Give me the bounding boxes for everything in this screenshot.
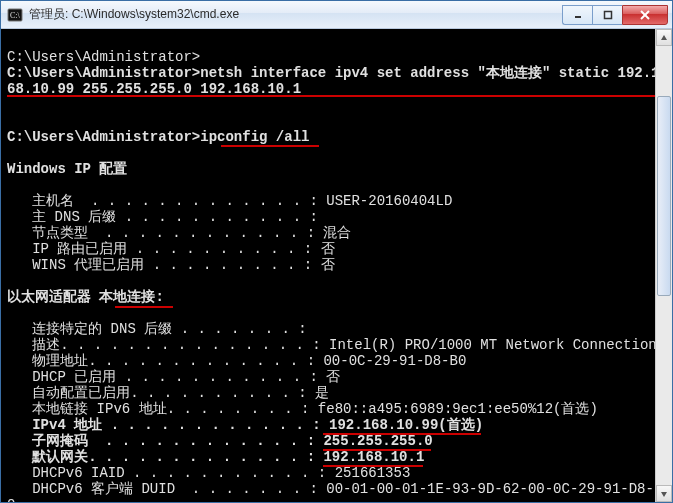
label: 主 DNS 后缀 . . . . . . . . . . . : xyxy=(7,209,326,225)
prompt: C:\Users\Administrator> xyxy=(7,65,200,81)
dhcpv6duid-row: DHCPv6 客户端 DUID . . . . . . . : 00-01-00… xyxy=(7,481,662,502)
blank-line xyxy=(7,97,15,113)
value: 是 xyxy=(315,385,329,401)
label: IP 路由已启用 . . . . . . . . . . : xyxy=(7,241,321,257)
primarydns-row: 主 DNS 后缀 . . . . . . . . . . . : xyxy=(7,209,326,225)
window-buttons xyxy=(562,5,668,25)
svg-marker-7 xyxy=(661,492,667,497)
dhcpv6iaid-row: DHCPv6 IAID . . . . . . . . . . . : 2516… xyxy=(7,465,410,481)
value: 251661353 xyxy=(335,465,411,481)
dhcp-row: DHCP 已启用 . . . . . . . . . . . : 否 xyxy=(7,369,340,385)
prompt: C:\Users\Administrator> xyxy=(7,49,200,65)
vertical-scrollbar[interactable] xyxy=(655,29,672,502)
prompt: C:\Users\Administrator> xyxy=(7,129,200,145)
ipv4-row: IPv4 地址 . . . . . . . . . . . . : 192.16… xyxy=(7,417,483,433)
description-row: 描述. . . . . . . . . . . . . . . : Intel(… xyxy=(7,337,657,353)
winsproxy-row: WINS 代理已启用 . . . . . . . . . : 否 xyxy=(7,257,335,273)
blank-line xyxy=(7,145,15,161)
adapter-heading: 以太网适配器 本地连接: xyxy=(7,289,164,305)
label: IPv4 地址 . . . . . . . . . . . . : xyxy=(7,417,329,433)
maximize-button[interactable] xyxy=(592,5,622,25)
blank-line xyxy=(7,177,15,193)
iprouting-row: IP 路由已启用 . . . . . . . . . . : 否 xyxy=(7,241,335,257)
highlight-underline xyxy=(7,95,662,97)
value: Intel(R) PRO/1000 MT Network Connection xyxy=(329,337,657,353)
close-button[interactable] xyxy=(622,5,668,25)
physaddr-row: 物理地址. . . . . . . . . . . . . : 00-0C-29… xyxy=(7,353,466,369)
blank-line xyxy=(7,305,15,321)
svg-marker-6 xyxy=(661,35,667,40)
titlebar[interactable]: C:\ 管理员: C:\Windows\system32\cmd.exe xyxy=(1,1,672,29)
scroll-track[interactable] xyxy=(656,46,672,485)
scroll-up-button[interactable] xyxy=(656,29,672,46)
ipconfig-command-line: C:\Users\Administrator>ipconfig /all xyxy=(7,129,309,145)
subnet-row: 子网掩码 . . . . . . . . . . . . : 255.255.2… xyxy=(7,433,433,449)
label: 描述. . . . . . . . . . . . . . . : xyxy=(7,337,329,353)
label: 主机名 . . . . . . . . . . . . . : xyxy=(7,193,326,209)
highlight-underline xyxy=(323,433,481,435)
value: 255.255.255.0 xyxy=(323,433,432,449)
label: 默认网关. . . . . . . . . . . . . : xyxy=(7,449,323,465)
highlight-underline xyxy=(323,449,431,451)
highlight-underline xyxy=(221,145,319,147)
blank-line xyxy=(7,113,15,129)
minimize-button[interactable] xyxy=(562,5,592,25)
cmd-window: C:\ 管理员: C:\Windows\system32\cmd.exe C:\… xyxy=(0,0,673,503)
blank-line xyxy=(7,273,15,289)
scroll-down-button[interactable] xyxy=(656,485,672,502)
value: fe80::a495:6989:9ec1:ee50%12(首选) xyxy=(318,401,598,417)
window-title: 管理员: C:\Windows\system32\cmd.exe xyxy=(29,6,562,23)
highlight-underline xyxy=(115,306,173,308)
netsh-command-line: C:\Users\Administrator>netsh interface i… xyxy=(7,65,660,97)
label: 本地链接 IPv6 地址. . . . . . . . : xyxy=(7,401,318,417)
label: 子网掩码 . . . . . . . . . . . . : xyxy=(7,433,323,449)
svg-rect-3 xyxy=(604,11,611,18)
highlight-underline xyxy=(323,465,423,467)
value: 混合 xyxy=(323,225,351,241)
linkipv6-row: 本地链接 IPv6 地址. . . . . . . . : fe80::a495… xyxy=(7,401,598,417)
label: DHCP 已启用 . . . . . . . . . . . : xyxy=(7,369,326,385)
conndns-row: 连接特定的 DNS 后缀 . . . . . . . : xyxy=(7,321,315,337)
ipconfig-command: ipconfig /all xyxy=(200,129,309,145)
value: USER-20160404LD xyxy=(326,193,452,209)
svg-text:C:\: C:\ xyxy=(10,11,21,20)
cmd-icon: C:\ xyxy=(7,7,23,23)
scroll-thumb[interactable] xyxy=(657,96,671,296)
value: 否 xyxy=(321,257,335,273)
value: 192.168.10.1 xyxy=(323,449,424,465)
label: DHCPv6 客户端 DUID . . . . . . . : xyxy=(7,481,326,497)
value: 否 xyxy=(321,241,335,257)
gateway-row: 默认网关. . . . . . . . . . . . . : 192.168.… xyxy=(7,449,424,465)
autoconfig-row: 自动配置已启用. . . . . . . . . . : 是 xyxy=(7,385,329,401)
hostname-row: 主机名 . . . . . . . . . . . . . : USER-201… xyxy=(7,193,452,209)
label: 自动配置已启用. . . . . . . . . . : xyxy=(7,385,315,401)
terminal-output[interactable]: C:\Users\Administrator> C:\Users\Adminis… xyxy=(1,29,672,502)
value: 否 xyxy=(326,369,340,385)
label: 节点类型 . . . . . . . . . . . . : xyxy=(7,225,323,241)
label: WINS 代理已启用 . . . . . . . . . : xyxy=(7,257,321,273)
value: 192.168.10.99(首选) xyxy=(329,417,483,433)
label: 连接特定的 DNS 后缀 . . . . . . . : xyxy=(7,321,315,337)
value: 00-0C-29-91-D8-B0 xyxy=(323,353,466,369)
label: 物理地址. . . . . . . . . . . . . : xyxy=(7,353,323,369)
ipconfig-heading: Windows IP 配置 xyxy=(7,161,127,177)
nodetype-row: 节点类型 . . . . . . . . . . . . : 混合 xyxy=(7,225,351,241)
prompt-line: C:\Users\Administrator> xyxy=(7,49,200,65)
label: DHCPv6 IAID . . . . . . . . . . . : xyxy=(7,465,335,481)
